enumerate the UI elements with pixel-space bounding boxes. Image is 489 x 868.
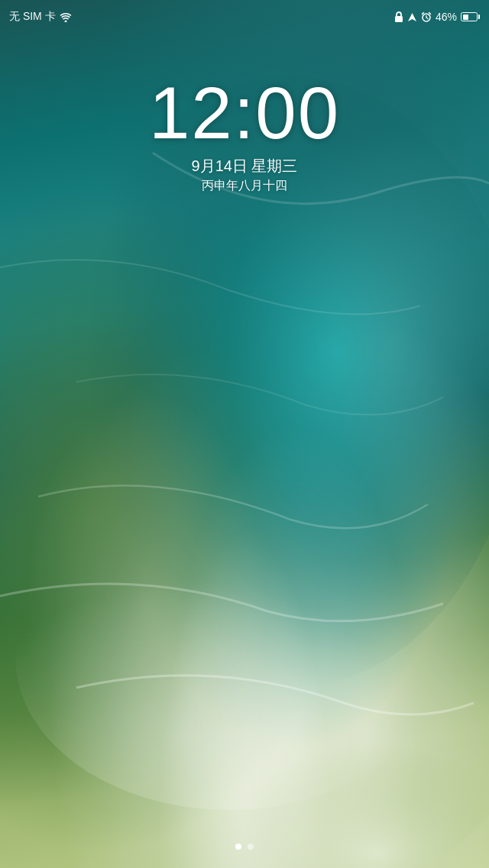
battery-percent: 46% bbox=[436, 11, 457, 23]
page-dot-2 bbox=[248, 844, 254, 850]
wifi-icon bbox=[60, 12, 72, 22]
battery-icon bbox=[461, 12, 480, 21]
lunar-date-display: 丙申年八月十四 bbox=[202, 178, 287, 194]
status-bar-left: 无 SIM 卡 bbox=[9, 10, 72, 24]
status-bar: 无 SIM 卡 bbox=[0, 0, 489, 34]
page-dot-1 bbox=[235, 844, 241, 850]
navigation-icon bbox=[407, 12, 417, 22]
sim-label: 无 SIM 卡 bbox=[9, 10, 56, 24]
svg-point-3 bbox=[64, 20, 66, 22]
lock-screen: 无 SIM 卡 bbox=[0, 0, 489, 868]
date-display: 9月14日 星期三 bbox=[192, 156, 298, 177]
svg-rect-4 bbox=[395, 16, 403, 22]
lock-icon bbox=[394, 11, 403, 22]
status-bar-right: 46% bbox=[394, 11, 480, 23]
clock-area: 12:00 9月14日 星期三 丙申年八月十四 bbox=[0, 76, 489, 194]
time-display: 12:00 bbox=[149, 76, 340, 150]
page-dots bbox=[0, 844, 489, 850]
alarm-icon bbox=[421, 11, 432, 22]
